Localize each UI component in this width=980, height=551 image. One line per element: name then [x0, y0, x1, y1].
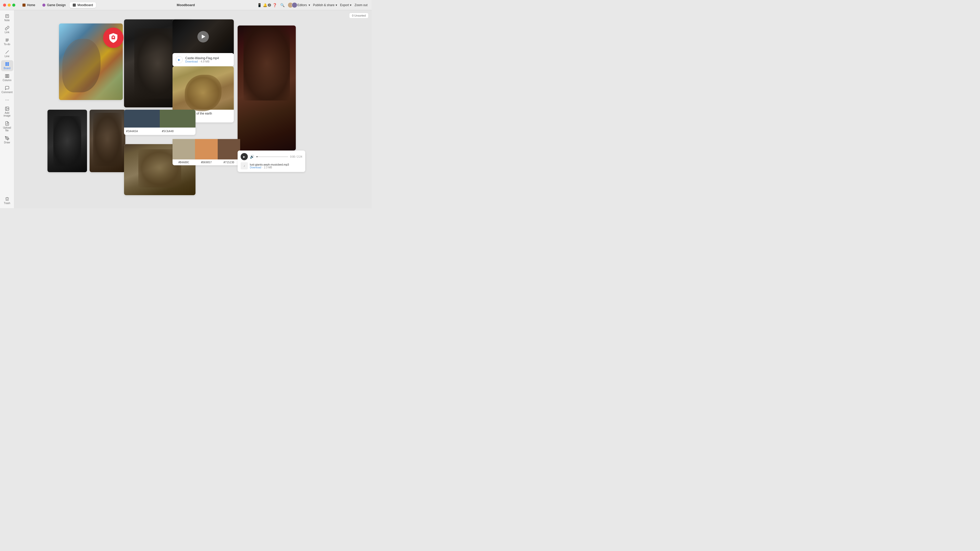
- notification-icon[interactable]: 🔔0: [265, 3, 269, 7]
- window-title: Moodboard: [177, 3, 195, 7]
- search-icon[interactable]: 🔍: [280, 3, 285, 7]
- note-label: Note: [4, 19, 10, 22]
- minimize-button[interactable]: [8, 3, 11, 6]
- notification-badge: 0: [268, 3, 271, 6]
- palette2-label-1: #B4A88C: [172, 159, 195, 165]
- fullscreen-button[interactable]: [12, 3, 15, 6]
- sidebar-item-upload[interactable]: Upload file: [1, 120, 13, 133]
- game-design-tab-label: Game Design: [47, 3, 65, 7]
- help-icon[interactable]: ❓: [272, 3, 277, 7]
- tab-bar: Home Game Design Moodboard: [19, 2, 96, 8]
- svg-point-17: [8, 100, 9, 100]
- swatch-color-2: #5C6A48: [160, 110, 196, 135]
- svg-rect-9: [7, 62, 9, 64]
- svg-point-24: [113, 37, 114, 38]
- audio-progress-bar[interactable]: [256, 156, 288, 157]
- trash-label: Trash: [4, 202, 10, 205]
- svg-point-16: [6, 100, 7, 100]
- palette2-swatch-3: [218, 139, 240, 159]
- todo-icon: [5, 38, 10, 42]
- zoom-label: Zoom out: [355, 3, 368, 7]
- svg-rect-11: [7, 64, 9, 66]
- add-image-label: Add image: [3, 111, 11, 117]
- video-download-link[interactable]: Download: [185, 60, 198, 63]
- video-file-icon: ▶: [176, 56, 183, 63]
- unsorted-button[interactable]: 0 Unsorted: [349, 13, 369, 18]
- audio-play-button[interactable]: ▶: [241, 153, 248, 160]
- trash-icon: [5, 197, 10, 201]
- sidebar-item-comment[interactable]: Comment: [1, 84, 13, 95]
- moodboard-tab-icon: [73, 3, 76, 6]
- svg-rect-13: [6, 75, 8, 78]
- svg-rect-8: [5, 62, 7, 64]
- swatch-label-1: #3A4A5A: [124, 127, 160, 135]
- svg-point-19: [6, 108, 6, 108]
- editors-label: Editors: [298, 3, 307, 7]
- volume-icon[interactable]: 🔊: [250, 155, 254, 159]
- editors-button[interactable]: Editors ▾: [288, 2, 310, 8]
- editor-avatars: [288, 2, 296, 8]
- device-icon[interactable]: 📱: [257, 3, 262, 7]
- column-label: Column: [3, 79, 11, 82]
- video-file-size: 4.9 MB: [200, 60, 210, 63]
- tab-home[interactable]: Home: [19, 2, 38, 8]
- sidebar-item-todo[interactable]: To-do: [1, 36, 13, 47]
- note-icon: [5, 14, 10, 18]
- svg-rect-23: [112, 35, 115, 37]
- traffic-lights: [3, 3, 15, 6]
- castle-video-thumbnail[interactable]: [172, 19, 234, 54]
- sidebar-item-more[interactable]: [1, 96, 13, 104]
- swatch-label-2: #5C6A48: [160, 127, 196, 135]
- native-warrior-image[interactable]: [238, 25, 296, 151]
- export-button[interactable]: Export ▾: [340, 3, 352, 7]
- publish-label: Publish & share: [313, 3, 334, 7]
- svg-rect-10: [5, 64, 7, 66]
- sidebar-item-note[interactable]: Note: [1, 12, 13, 23]
- canvas: 0 Unsorted: [14, 10, 372, 208]
- publish-share-button[interactable]: Publish & share ▾: [313, 3, 337, 7]
- unsorted-label: 0 Unsorted: [352, 14, 366, 17]
- sidebar-item-trash[interactable]: Trash: [1, 195, 13, 206]
- color-palette-2: #B4A88C #D69057 #71523D: [172, 139, 240, 165]
- sidebar-item-board[interactable]: Board: [1, 60, 13, 71]
- svg-point-21: [6, 138, 7, 138]
- sidebar-item-add-image[interactable]: Add image: [1, 105, 13, 119]
- dragon-head-image[interactable]: [89, 110, 125, 172]
- game-design-tab-icon: [42, 3, 45, 6]
- video-filename: Castle-Waving-Flag.mp4: [185, 56, 231, 60]
- export-chevron-icon: ▾: [350, 3, 352, 7]
- tab-moodboard[interactable]: Moodboard: [70, 2, 96, 8]
- comment-label: Comment: [2, 91, 13, 94]
- sidebar-item-draw[interactable]: Draw: [1, 135, 13, 145]
- moodboard-tab-label: Moodboard: [77, 3, 93, 7]
- line-label: Line: [5, 55, 10, 58]
- todo-label: To-do: [4, 43, 10, 46]
- logo-badge: [103, 27, 124, 48]
- tab-game-design[interactable]: Game Design: [39, 2, 68, 8]
- audio-file-size: 2.3 MB: [264, 166, 272, 169]
- comment-icon: [5, 86, 10, 90]
- draw-icon: [5, 136, 10, 141]
- hooded-figure-image[interactable]: [48, 110, 87, 172]
- add-image-icon: [5, 106, 10, 111]
- upload-label: Upload file: [3, 126, 11, 132]
- close-button[interactable]: [3, 3, 6, 6]
- audio-progress-fill: [256, 156, 258, 157]
- audio-download-link[interactable]: Download: [250, 166, 261, 169]
- sidebar-item-link[interactable]: Link: [1, 24, 13, 35]
- audio-info: lust-giants-aeph-musicbed.mp3 Download ·…: [250, 163, 289, 169]
- titlebar-actions: 📱 🔔0 ❓ 🔍 Editors ▾ Publish & share ▾ Exp…: [257, 2, 368, 8]
- audio-time: 0:00 / 2:24: [290, 156, 302, 158]
- svg-rect-12: [5, 75, 6, 78]
- swatch-color-1: #3A4A5A: [124, 110, 160, 135]
- sidebar-item-column[interactable]: Column: [1, 72, 13, 83]
- line-icon: [5, 50, 10, 54]
- more-icon: [5, 98, 10, 102]
- sidebar-item-line[interactable]: Line: [1, 48, 13, 59]
- titlebar: Home Game Design Moodboard Moodboard 📱 🔔…: [0, 0, 372, 10]
- publish-chevron-icon: ▾: [336, 3, 337, 7]
- avatar-2: [292, 2, 298, 8]
- shield-logo-icon: [108, 33, 118, 43]
- zoom-out-button[interactable]: Zoom out: [355, 3, 368, 7]
- link-label: Link: [5, 31, 9, 34]
